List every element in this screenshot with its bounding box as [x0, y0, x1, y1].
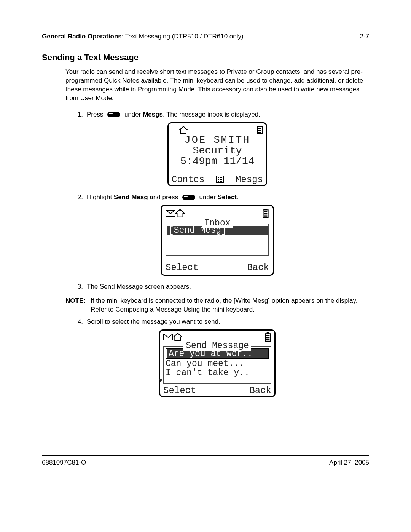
- step-2-sendmesg: Send Mesg: [114, 193, 148, 201]
- step-3: 3. The Send Message screen appears.: [65, 283, 369, 291]
- header-left: General Radio Operations: Text Messaging…: [42, 33, 244, 40]
- lcd3-right-softkey: Back: [249, 386, 271, 395]
- footer-date: April 27, 2005: [329, 459, 369, 466]
- lcd3-statusbar: [163, 332, 271, 342]
- intro-paragraph: Your radio can send and receive short te…: [65, 68, 369, 103]
- lcd2-statusbar: [166, 208, 269, 218]
- lcd1-time: 5:49pm 11/14: [172, 156, 263, 167]
- lcd2-left-softkey: Select: [166, 263, 198, 273]
- svg-rect-11: [220, 181, 222, 182]
- home-icon: [173, 333, 264, 341]
- note: NOTE: If the mini keyboard is connected …: [65, 297, 369, 314]
- battery-icon: [257, 126, 263, 134]
- svg-rect-22: [266, 337, 270, 338]
- lcd2-title-text: Inbox: [202, 218, 233, 228]
- step-3-text: The Send Message screen appears.: [87, 283, 369, 291]
- svg-rect-10: [218, 181, 219, 182]
- note-label: NOTE:: [65, 297, 91, 305]
- step-2-pre: Highlight: [87, 193, 114, 201]
- lcd3-group-title: Send Message: [164, 341, 271, 350]
- lcd-send-message-screen: Send Message Are you at wor.. Can you me…: [159, 329, 276, 397]
- note-pre: If the mini keyboard is connected to the…: [91, 297, 234, 304]
- svg-rect-16: [264, 213, 268, 214]
- step-2: 2. Highlight Send Mesg and press under S…: [65, 193, 369, 202]
- page-number: 2-7: [360, 33, 369, 40]
- svg-rect-6: [218, 177, 219, 178]
- lcd-home-screen: JOE SMITH Security 5:49pm 11/14 Contcs M…: [167, 122, 267, 186]
- svg-rect-3: [258, 130, 261, 131]
- lcd3-left-softkey: Select: [163, 386, 196, 395]
- svg-rect-4: [258, 132, 261, 133]
- svg-rect-15: [264, 211, 268, 212]
- lcd1-group: Security: [172, 145, 263, 156]
- svg-rect-23: [266, 339, 270, 340]
- step-1: 1. Press under Mesgs. The message inbox …: [65, 110, 369, 119]
- lcd2-group-title: Inbox: [166, 219, 268, 228]
- home-icon: [175, 209, 262, 217]
- lcd2-group: Inbox [Send Mesg]: [166, 224, 269, 256]
- home-icon: [179, 126, 257, 134]
- lcd1-statusbar: [172, 125, 263, 135]
- lcd-inbox-screen: Inbox [Send Mesg] Select Back: [161, 205, 274, 276]
- lcd3-group: Send Message Are you at wor.. Can you me…: [163, 346, 271, 384]
- lcd1-right-softkey: Mesgs: [236, 175, 263, 184]
- section-title: Sending a Text Message: [42, 53, 369, 62]
- note-writemesg: [Write Mesg]: [234, 297, 270, 304]
- svg-rect-17: [264, 215, 268, 216]
- header-rule: [42, 43, 369, 43]
- page-footer: 6881097C81-O April 27, 2005: [42, 455, 369, 466]
- envelope-icon: [166, 210, 175, 217]
- header-section-rest: : Text Messaging (DTR510 / DTR610 only): [122, 33, 244, 40]
- svg-rect-9: [220, 179, 222, 180]
- step-1-mesgs: Mesgs: [143, 111, 163, 118]
- svg-rect-2: [258, 128, 261, 129]
- step-2-post: .: [237, 193, 239, 201]
- step-1-under: under: [123, 111, 143, 118]
- step-4-num: 4.: [65, 318, 87, 326]
- svg-rect-1: [259, 126, 261, 127]
- step-1-pre: Press: [87, 111, 105, 118]
- battery-icon: [264, 332, 271, 342]
- svg-rect-7: [220, 177, 222, 178]
- page-header: General Radio Operations: Text Messaging…: [42, 33, 369, 40]
- lcd1-username: JOE SMITH: [172, 135, 263, 145]
- lcd3-title-text: Send Message: [183, 341, 251, 351]
- list-icon: [216, 176, 224, 183]
- svg-rect-20: [267, 332, 269, 334]
- lcd1-left-softkey: Contcs: [172, 175, 204, 184]
- step-4-text: Scroll to select the message you want to…: [87, 318, 369, 326]
- softkey-icon: [107, 112, 120, 117]
- step-1-text: Press under Mesgs. The message inbox is …: [87, 110, 369, 119]
- lcd3-option-3: I can't take y..: [166, 368, 269, 377]
- battery-icon: [262, 209, 269, 218]
- header-section-bold: General Radio Operations: [42, 33, 122, 40]
- scroll-down-arrow-icon: ▼: [159, 377, 163, 384]
- step-4: 4. Scroll to select the message you want…: [65, 318, 369, 326]
- softkey-icon: [182, 195, 195, 200]
- step-1-num: 1.: [65, 110, 87, 119]
- envelope-icon: [163, 334, 173, 340]
- lcd3-option-2: Can you meet...: [166, 359, 269, 368]
- step-2-mid: and press: [148, 193, 180, 201]
- footer-docid: 6881097C81-O: [42, 459, 86, 466]
- step-2-under: under: [198, 193, 218, 201]
- lcd2-right-softkey: Back: [247, 263, 269, 273]
- note-text: If the mini keyboard is connected to the…: [91, 297, 369, 314]
- step-1-post: . The message inbox is displayed.: [163, 111, 260, 118]
- svg-rect-21: [266, 335, 270, 336]
- svg-rect-14: [264, 209, 267, 210]
- step-3-num: 3.: [65, 283, 87, 291]
- step-2-select: Select: [218, 193, 237, 201]
- step-2-text: Highlight Send Mesg and press under Sele…: [87, 193, 369, 202]
- step-2-num: 2.: [65, 193, 87, 202]
- svg-rect-8: [218, 179, 219, 180]
